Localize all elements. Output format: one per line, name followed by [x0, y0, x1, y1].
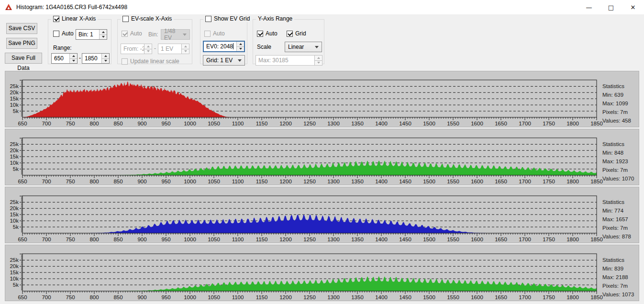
spin-up-icon[interactable] [100, 30, 107, 34]
statistics-block: Statistics Min: 839 Max: 2188 Pixels: 7m… [602, 256, 639, 299]
spin-down-icon[interactable] [70, 58, 77, 64]
ev-scale-title: EV-scale X-Axis [121, 15, 174, 22]
svg-text:1650: 1650 [495, 121, 507, 126]
y-auto-row: Auto [257, 30, 278, 37]
show-ev-grid-title: Show EV Grid [203, 15, 252, 22]
spin-up-icon[interactable] [102, 54, 109, 58]
svg-text:1450: 1450 [399, 236, 411, 242]
title-bar: Histogram: 1G4A0165.CR3 Full-6742x4498 —… [0, 0, 644, 14]
minimize-icon[interactable]: — [578, 0, 600, 14]
spin-down-icon[interactable] [237, 46, 244, 52]
spin-down-icon[interactable] [102, 58, 109, 64]
svg-text:15k: 15k [10, 154, 19, 159]
update-linear-label: Update linear scale [130, 58, 179, 65]
save-csv-button[interactable]: Save CSV [6, 23, 37, 34]
svg-text:1700: 1700 [519, 294, 531, 300]
scale-dropdown[interactable]: Linear [285, 42, 322, 52]
toolbar: Save CSV Save PNG Save Full Data Linear … [0, 14, 644, 71]
svg-text:1750: 1750 [543, 236, 555, 242]
update-linear-checkbox [122, 58, 128, 65]
svg-text:1000: 1000 [184, 121, 196, 126]
stat-min: Min: 848 [602, 148, 639, 157]
y-grid-checkbox[interactable] [287, 31, 293, 37]
bin-spinbox[interactable]: Bin: 1 [76, 29, 107, 40]
svg-text:1100: 1100 [232, 179, 244, 184]
spin-up-icon [182, 44, 189, 49]
range-to-value: 1850 [82, 54, 101, 63]
spin-down-icon [315, 60, 322, 66]
range-label: Range: [53, 45, 72, 51]
svg-text:10k: 10k [10, 218, 19, 224]
svg-text:750: 750 [66, 294, 75, 300]
stat-min: Min: 839 [602, 264, 639, 273]
ev-grid-step-value: Grid: 1 EV [206, 57, 233, 64]
svg-text:850: 850 [113, 121, 122, 126]
svg-text:25k: 25k [10, 199, 19, 205]
text-cursor [233, 43, 233, 49]
stat-max: Max: 1099 [602, 99, 639, 108]
svg-text:5k: 5k [13, 282, 19, 288]
linear-x-axis-group: Linear X-Axis Auto Bin: 1 Range: 650 [48, 19, 111, 64]
svg-text:650: 650 [18, 236, 27, 242]
svg-text:1350: 1350 [351, 294, 364, 300]
svg-text:15k: 15k [10, 270, 19, 275]
svg-text:10k: 10k [10, 102, 19, 108]
svg-text:1850: 1850 [590, 294, 603, 300]
ev-auto-label: Auto [130, 30, 142, 37]
statistics-block: Statistics Min: 848 Max: 1923 Pixels: 7m… [602, 140, 639, 183]
svg-text:900: 900 [137, 294, 146, 300]
stat-pixels: Pixels: 7m [602, 166, 639, 174]
ev-scale-checkbox[interactable] [122, 16, 129, 22]
maximize-icon[interactable]: □ [600, 0, 622, 14]
stat-max: Max: 2188 [602, 273, 639, 281]
svg-text:1200: 1200 [279, 121, 292, 126]
svg-text:850: 850 [113, 294, 122, 300]
linear-auto-checkbox[interactable] [53, 31, 59, 37]
svg-text:700: 700 [42, 236, 51, 242]
range-from-spinbox[interactable]: 650 [51, 53, 78, 64]
ev0-spinbox[interactable]: EV0: 2048 [203, 41, 245, 52]
spin-up-icon[interactable] [237, 42, 244, 46]
svg-text:700: 700 [42, 294, 51, 300]
show-ev-grid-checkbox[interactable] [205, 16, 211, 22]
svg-text:1700: 1700 [519, 121, 531, 126]
svg-text:1050: 1050 [208, 294, 220, 300]
linear-x-axis-label: Linear X-Axis [62, 15, 96, 22]
y-grid-label: Grid [295, 30, 306, 37]
stat-pixels: Pixels: 7m [602, 281, 639, 290]
save-png-button[interactable]: Save PNG [6, 38, 37, 49]
svg-text:950: 950 [161, 294, 170, 300]
svg-text:1050: 1050 [208, 121, 220, 126]
svg-text:1000: 1000 [184, 294, 196, 300]
svg-text:1150: 1150 [256, 179, 268, 184]
ev-from-spinbox: From: -2 [121, 44, 152, 54]
stat-values: Values: 878 [602, 232, 639, 241]
svg-text:1200: 1200 [279, 179, 292, 184]
update-linear-row: Update linear scale [122, 58, 179, 65]
range-to-spinbox[interactable]: 1850 [82, 53, 110, 64]
svg-text:5k: 5k [13, 224, 19, 230]
svg-text:1450: 1450 [399, 121, 411, 126]
svg-text:10k: 10k [10, 276, 19, 281]
save-full-data-button[interactable]: Save Full Data [5, 53, 42, 64]
spin-up-icon [144, 44, 152, 49]
ev0-arrows [236, 42, 244, 51]
scale-value: Linear [288, 44, 304, 50]
svg-text:1500: 1500 [423, 121, 435, 126]
svg-text:1100: 1100 [232, 294, 244, 300]
svg-text:1800: 1800 [566, 294, 579, 300]
ev-grid-step-dropdown[interactable]: Grid: 1 EV [203, 55, 245, 66]
linear-x-axis-title: Linear X-Axis [51, 15, 98, 22]
linear-auto-row: Auto [53, 30, 74, 37]
spin-down-icon [182, 49, 189, 54]
close-icon[interactable]: ✕ [622, 0, 644, 14]
spin-down-icon[interactable] [100, 34, 107, 40]
y-max-arrows [314, 56, 322, 65]
spin-down-icon [144, 49, 152, 54]
spin-up-icon [315, 56, 322, 60]
svg-text:900: 900 [137, 121, 146, 126]
y-auto-checkbox[interactable] [257, 31, 263, 37]
spin-up-icon[interactable] [70, 54, 77, 58]
linear-x-axis-checkbox[interactable] [53, 16, 59, 22]
stat-pixels: Pixels: 7m [602, 224, 639, 232]
